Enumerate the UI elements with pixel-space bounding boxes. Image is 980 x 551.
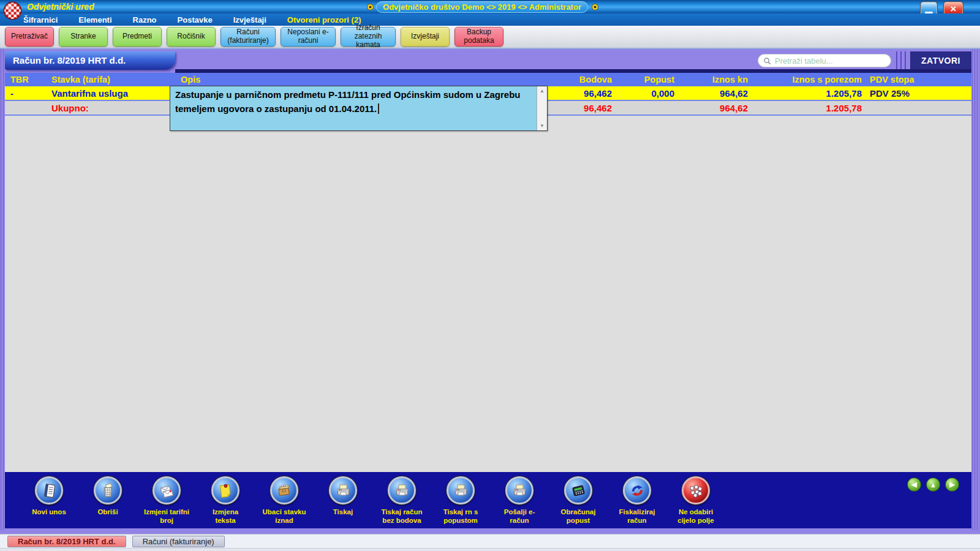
toolbar-button-pretrazivac[interactable]: Pretraživač — [5, 27, 54, 47]
cell-stavka: Ukupno: — [46, 103, 172, 113]
cell-iznos-s-porezom: 1.205,78 — [752, 88, 865, 99]
menu-postavke[interactable]: Postavke — [178, 15, 213, 24]
table-search — [758, 54, 891, 67]
action-bar: Novi unos Obriši Izmjeni tarifni broj — [5, 472, 971, 528]
header-tbr[interactable]: TBR — [5, 75, 46, 84]
toolbar-button-izvjestaji[interactable]: Izvještaji — [401, 27, 450, 47]
cell-iznos-kn: 964,62 — [678, 88, 752, 99]
arrow-left-icon: ◀ — [911, 481, 916, 489]
search-input[interactable] — [775, 55, 885, 66]
table-header-row: TBR Stavka (tarifa) Opis Bodova Popust I… — [5, 73, 971, 86]
printer-icon — [511, 482, 528, 499]
trash-icon — [100, 482, 116, 499]
header-iznos-kn[interactable]: Iznos kn — [678, 75, 752, 84]
action-obracunaj-popust[interactable]: Obračunaj popust — [549, 472, 608, 528]
header-popust[interactable]: Popust — [616, 75, 678, 84]
session-info: Odvjetničko društvo Demo <> 2019 <> Admi… — [376, 1, 588, 13]
search-icon — [763, 57, 772, 66]
toolbar-button-stranke[interactable]: Stranke — [59, 27, 108, 47]
action-fiskaliziraj-racun[interactable]: Fiskaliziraj račun — [608, 472, 666, 528]
text-cursor — [378, 103, 379, 114]
action-novi-unos[interactable]: Novi unos — [20, 472, 78, 528]
nav-up-button[interactable]: ▲ — [926, 478, 940, 492]
menu-elementi[interactable]: Elementi — [78, 15, 111, 24]
menubar: Šifrarnici Elementi Razno Postavke Izvje… — [0, 13, 980, 26]
action-tiskaj-bez-bodova[interactable]: Tiskaj račun bez bodova — [372, 472, 431, 528]
app-logo-icon — [3, 1, 22, 20]
record-navigation: ◀ ▲ ▶ — [907, 478, 959, 492]
envelopes-icon — [159, 482, 175, 499]
status-tab-racuni-fakturiranje[interactable]: Računi (fakturiranje) — [132, 536, 225, 547]
app-title: Odvjetnički ured — [27, 2, 94, 12]
action-ubaci-stavku-iznad[interactable]: Ubaci stavku iznad — [255, 472, 314, 528]
document-title: Račun br. 8/2019 HRT d.d. — [5, 51, 175, 70]
note-icon — [217, 482, 234, 499]
status-tabbar: Račun br. 8/2019 HRT d.d. Računi (faktur… — [0, 534, 980, 549]
window-border-left — [1, 49, 5, 530]
menu-izvjestaji[interactable]: Izvještaji — [233, 15, 266, 24]
nav-left-button[interactable]: ◀ — [907, 478, 921, 492]
scroll-up-icon[interactable]: ▲ — [540, 88, 545, 94]
grip-stripes — [896, 51, 908, 70]
keyboard-icon — [688, 482, 704, 499]
arrow-up-icon: ▲ — [930, 481, 937, 489]
document-window: Račun br. 8/2019 HRT d.d. ZATVORI TBR St… — [0, 49, 980, 530]
header-pdv-stopa[interactable]: PDV stopa — [865, 75, 971, 84]
titlebar-dot-icon — [367, 4, 374, 10]
menu-sifrarnici[interactable]: Šifrarnici — [23, 15, 58, 24]
zatvori-button[interactable]: ZATVORI — [910, 51, 971, 70]
editor-scrollbar[interactable]: ▲ ▼ — [537, 86, 547, 130]
description-text[interactable]: Zastupanje u parničnom predmetu P-111/11… — [170, 86, 537, 130]
nav-right-button[interactable]: ▶ — [945, 478, 959, 492]
header-stavka[interactable]: Stavka (tarifa) — [46, 75, 172, 84]
cell-tbr: - — [5, 88, 46, 99]
menu-otvoreni-prozori[interactable]: Otvoreni prozori (2) — [287, 15, 361, 24]
printer-icon — [335, 482, 352, 499]
cell-stavka: Vantarifna usluga — [46, 88, 172, 99]
header-bodova[interactable]: Bodova — [551, 75, 616, 84]
notebook-icon — [41, 482, 58, 499]
printer-icon — [453, 482, 469, 499]
status-tab-racun[interactable]: Račun br. 8/2019 HRT d.d. — [7, 536, 126, 547]
printer-icon — [394, 482, 410, 499]
action-ne-odabiri-cijelo-polje[interactable]: Ne odabiri cijelo polje — [666, 472, 725, 528]
action-tiskaj-s-popustom[interactable]: Tiskaj rn s popustom — [431, 472, 490, 528]
toolbar-button-neposlani-eracuni[interactable]: Neposlani e- računi — [281, 27, 336, 47]
action-obrisi[interactable]: Obriši — [78, 472, 137, 528]
cell-bodova: 96,462 — [551, 103, 616, 113]
header-opis[interactable]: Opis — [172, 75, 551, 84]
calculator-icon — [570, 482, 587, 499]
window-border-right — [972, 49, 979, 530]
cell-pdv-stopa: PDV 25% — [865, 88, 971, 99]
cell-iznos-s-porezom: 1.205,78 — [752, 103, 865, 113]
action-izmjeni-tarifni-broj[interactable]: Izmjeni tarifni broj — [137, 472, 196, 528]
arrow-right-icon: ▶ — [949, 481, 954, 489]
cell-iznos-kn: 964,62 — [678, 103, 752, 113]
cell-popust: 0,000 — [616, 88, 678, 99]
invoice-table: TBR Stavka (tarifa) Opis Bodova Popust I… — [5, 73, 971, 528]
header-iznos-s-porezom[interactable]: Iznos s porezom — [752, 75, 865, 84]
action-izmjena-teksta[interactable]: Izmjena teksta — [196, 472, 255, 528]
toolbar-button-rocisnik[interactable]: Ročišnik — [167, 27, 216, 47]
toolbar-button-izracun-kamata[interactable]: Izračun zateznih kamata — [341, 27, 396, 47]
menu-razno[interactable]: Razno — [133, 15, 157, 24]
cell-bodova: 96,462 — [551, 88, 616, 99]
scroll-down-icon[interactable]: ▼ — [540, 123, 545, 129]
toolbar-button-predmeti[interactable]: Predmeti — [113, 27, 162, 47]
description-editor[interactable]: Zastupanje u parničnom predmetu P-111/11… — [170, 86, 548, 131]
main-toolbar: Pretraživač Stranke Predmeti Ročišnik Ra… — [0, 26, 980, 49]
action-posalji-eracun[interactable]: Pošalji e- račun — [490, 472, 549, 528]
titlebar-dot-icon — [592, 4, 598, 10]
card-file-icon — [276, 482, 293, 499]
action-tiskaj[interactable]: Tiskaj — [314, 472, 372, 528]
sync-icon — [629, 482, 646, 499]
toolbar-button-racuni-fakturiranje[interactable]: Računi (fakturiranje) — [221, 27, 276, 47]
toolbar-button-backup[interactable]: Backup podataka — [454, 27, 503, 47]
